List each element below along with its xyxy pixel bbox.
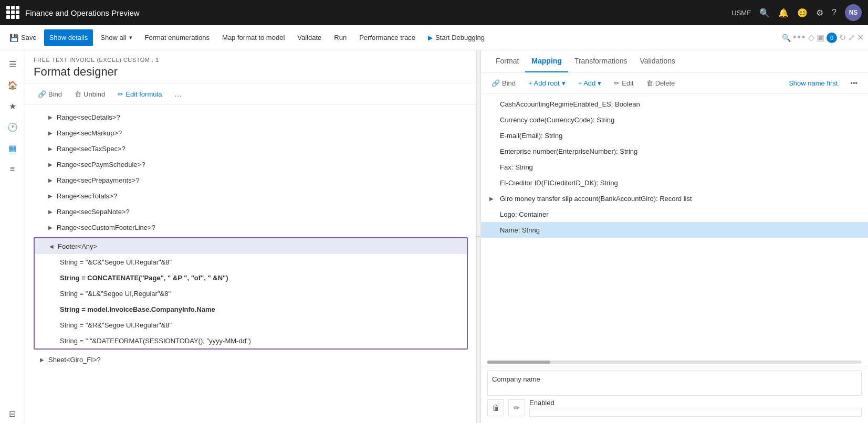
nav-table[interactable]: ▦: [3, 139, 22, 157]
tree-item-string5[interactable]: String = "&R&"Segoe UI,Regular"&8": [35, 317, 467, 333]
right-action-bar: 🔗 Bind + Add root ▾ + Add ▾ ✏ Edit 🗑: [481, 72, 868, 94]
tree-item-string4[interactable]: String = model.InvoiceBase.CompanyInfo.N…: [35, 301, 467, 317]
expand-icon: ▶: [46, 207, 55, 216]
delete-button[interactable]: 🗑 Delete: [642, 76, 679, 90]
nav-hamburger[interactable]: ☰: [3, 55, 22, 73]
toolbar-search-icon[interactable]: 🔍: [782, 34, 791, 42]
expand-icon: ▶: [46, 176, 55, 184]
toolbar-expand-icon[interactable]: ⤢: [848, 33, 855, 43]
model-tree[interactable]: CashAccountingRegimeEnabled_ES: Boolean …: [481, 94, 868, 361]
bottom-area: Company name 🗑 ✏ Enabled: [481, 366, 868, 423]
model-item-name-string[interactable]: Name: String: [481, 222, 868, 238]
tree-item-sheet-giro[interactable]: ▶ Sheet<Giro_FI>?: [25, 352, 476, 367]
format-enumerations-button[interactable]: Format enumerations: [140, 29, 215, 46]
right-link-icon: 🔗: [491, 79, 500, 87]
user-region: USMF: [731, 9, 751, 17]
format-tree[interactable]: ▶ Range<secDetails>? ▶ Range<secMarkup>?…: [25, 105, 476, 423]
face-icon[interactable]: 😊: [797, 8, 808, 18]
edit-item-button[interactable]: ✏: [508, 399, 525, 416]
toolbar-diamond-icon[interactable]: ◇: [808, 33, 814, 43]
right-panel: Format Mapping Transformations Validatio…: [481, 50, 868, 423]
model-item-fax[interactable]: Fax: String: [481, 159, 868, 175]
tab-validations[interactable]: Validations: [634, 50, 682, 72]
tree-item-string1[interactable]: String = "&C&"Segoe UI,Regular"&8": [35, 254, 467, 270]
tab-transformations[interactable]: Transformations: [568, 50, 634, 72]
model-item-fi-creditor[interactable]: FI-Creditor ID(FICreditorID_DK): String: [481, 175, 868, 191]
main-toolbar: 💾 Save Show details Show all Format enum…: [0, 25, 868, 50]
tab-format[interactable]: Format: [489, 50, 525, 72]
model-item-giro-money[interactable]: ▶ Giro money transfer slip account(BankA…: [481, 191, 868, 206]
model-item-currency-code[interactable]: Currency code(CurrencyCode): String: [481, 112, 868, 128]
topbar-icons: USMF 🔍 🔔 😊 ⚙ ? NS: [731, 4, 862, 21]
nav-recent[interactable]: 🕐: [3, 118, 22, 136]
mapping-tabs: Format Mapping Transformations Validatio…: [481, 50, 868, 72]
tab-mapping[interactable]: Mapping: [525, 50, 568, 72]
debug-icon: ▶: [428, 34, 433, 41]
horizontal-scrollbar[interactable]: [487, 361, 862, 364]
tree-item-string2[interactable]: String = CONCATENATE("Page", " &P ", "of…: [35, 270, 467, 285]
tree-item-string6[interactable]: String = " "&DATEFORMAT(SESSIONTODAY(), …: [35, 333, 467, 348]
tree-item-range-secsepanote[interactable]: ▶ Range<secSepaNote>?: [25, 204, 476, 219]
tree-item-range-sectotals[interactable]: ▶ Range<secTotals>?: [25, 188, 476, 204]
panel-divider[interactable]: ⋮: [477, 50, 481, 423]
tree-item-footer-any[interactable]: ◀ Footer<Any>: [35, 238, 467, 254]
add-root-button[interactable]: + Add root ▾: [524, 76, 570, 90]
nav-filter[interactable]: ⊟: [3, 404, 22, 423]
tree-item-range-secdetails[interactable]: ▶ Range<secDetails>?: [25, 109, 476, 125]
unbind-icon: 🗑: [75, 90, 81, 98]
show-name-first-button[interactable]: Show name first: [785, 76, 842, 90]
help-icon[interactable]: ?: [832, 8, 836, 17]
bind-button[interactable]: 🔗 Bind: [34, 87, 66, 101]
bottom-actions: 🗑 ✏ Enabled: [487, 396, 862, 419]
start-debugging-button[interactable]: ▶ Start Debugging: [423, 29, 490, 46]
toolbar-close-icon[interactable]: ✕: [857, 33, 864, 43]
model-item-email[interactable]: E-mail(Email): String: [481, 128, 868, 143]
unbind-button[interactable]: 🗑 Unbind: [70, 87, 109, 101]
search-icon[interactable]: 🔍: [759, 8, 770, 18]
nav-home[interactable]: 🏠: [3, 76, 22, 94]
settings-icon[interactable]: ⚙: [816, 8, 823, 18]
edit-button[interactable]: ✏ Edit: [610, 76, 637, 90]
nav-list[interactable]: ≡: [3, 160, 22, 178]
enabled-input[interactable]: [529, 408, 862, 417]
edit-icon: ✏: [614, 79, 620, 87]
show-details-button[interactable]: Show details: [44, 29, 93, 46]
add-button[interactable]: + Add ▾: [574, 76, 606, 90]
model-item-cash-accounting[interactable]: CashAccountingRegimeEnabled_ES: Boolean: [481, 96, 868, 112]
nav-favorites[interactable]: ★: [3, 97, 22, 115]
right-more-button[interactable]: •••: [846, 76, 862, 90]
app-title: Finance and Operations Preview: [25, 8, 726, 17]
tree-item-range-seccustomfooterline[interactable]: ▶ Range<secCustomFooterLine>?: [25, 219, 476, 235]
model-item-enterprise-number[interactable]: Enterprise number(EnterpriseNumber): Str…: [481, 143, 868, 159]
delete-item-button[interactable]: 🗑: [487, 399, 504, 416]
model-item-logo[interactable]: Logo: Container: [481, 206, 868, 222]
toolbar-badge[interactable]: 0: [827, 33, 837, 43]
validate-button[interactable]: Validate: [292, 29, 327, 46]
tree-item-range-secmarkup[interactable]: ▶ Range<secMarkup>?: [25, 125, 476, 141]
map-format-to-model-button[interactable]: Map format to model: [217, 29, 290, 46]
tree-item-range-secprepayments[interactable]: ▶ Range<secPrepayments>?: [25, 172, 476, 188]
left-panel: FREE TEXT INVOICE (EXCEL) CUSTOM : 1 For…: [25, 50, 477, 423]
company-name-display: Company name: [487, 371, 862, 396]
show-all-button[interactable]: Show all: [95, 29, 137, 46]
breadcrumb: FREE TEXT INVOICE (EXCEL) CUSTOM : 1: [34, 57, 468, 63]
tree-item-range-secpaymschedule[interactable]: ▶ Range<secPaymSchedule>?: [25, 156, 476, 172]
avatar[interactable]: NS: [845, 4, 862, 21]
collapse-icon: ◀: [47, 242, 56, 250]
run-button[interactable]: Run: [329, 29, 352, 46]
notification-icon[interactable]: 🔔: [778, 8, 789, 18]
expand-icon: ▶: [46, 223, 55, 231]
right-bind-button[interactable]: 🔗 Bind: [487, 76, 520, 90]
more-actions-button[interactable]: ...: [171, 87, 186, 101]
app-grid-icon[interactable]: [6, 6, 20, 19]
tree-item-string3[interactable]: String = "&L&"Segoe UI,Regular"&8": [35, 285, 467, 301]
toolbar-more-icon[interactable]: •••: [793, 32, 806, 43]
save-button[interactable]: 💾 Save: [4, 29, 42, 46]
edit-formula-button[interactable]: ✏ Edit formula: [113, 87, 166, 101]
tree-item-range-sectaxspec[interactable]: ▶ Range<secTaxSpec>?: [25, 141, 476, 156]
delete-icon: 🗑: [646, 79, 653, 87]
toolbar-columns-icon[interactable]: ▣: [817, 33, 824, 43]
right-more-icon: •••: [850, 79, 857, 87]
toolbar-refresh-icon[interactable]: ↻: [839, 33, 846, 43]
performance-trace-button[interactable]: Performance trace: [354, 29, 421, 46]
